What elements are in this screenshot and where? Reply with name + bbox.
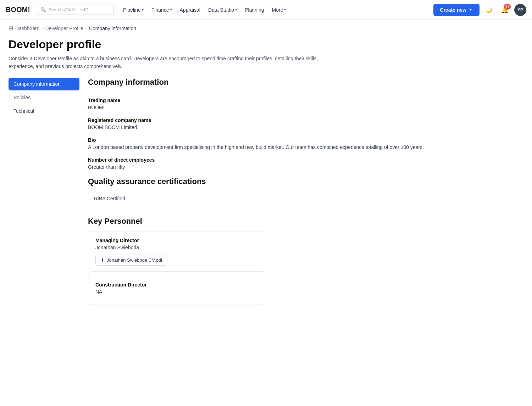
sidebar-item-policies[interactable]: Policies — [9, 91, 79, 104]
nav-label: Appraisal — [180, 7, 200, 13]
employees-value: Greater than fifty — [88, 164, 523, 170]
chevron-down-icon: ▾ — [142, 8, 144, 12]
breadcrumb-separator-2: › — [85, 26, 87, 31]
trading-name-value: BOOM! — [88, 105, 523, 110]
sidebar: Company information Policies Technical — [9, 78, 79, 309]
personnel-card-construction-director: Construction Director NA — [88, 276, 265, 305]
personnel-role-managing-director: Managing Director — [95, 238, 258, 243]
registered-company-name-label: Registered company name — [88, 117, 523, 123]
breadcrumb-current: Company information — [89, 26, 136, 31]
page-header: Developer profile Consider a Developer P… — [0, 35, 532, 78]
main-layout: Company information Policies Technical C… — [0, 78, 532, 309]
sidebar-item-company-information[interactable]: Company information — [9, 78, 79, 90]
nav-right: Create new ＋ 🌙 🔔 37 YP — [433, 4, 526, 16]
nav-links: Pipeline▾Finance▾AppraisalData Studio▾Pl… — [120, 5, 431, 15]
page-title: Developer profile — [9, 38, 523, 51]
avatar[interactable]: YP — [514, 4, 526, 16]
personnel-card-managing-director: Managing Director Jonathan Swieboda ⬇ Jo… — [88, 232, 265, 272]
content-area: Company information Trading name BOOM! R… — [88, 78, 523, 309]
key-personnel-title: Key Personnel — [88, 217, 523, 226]
personnel-name-construction-director: NA — [95, 289, 258, 295]
plus-icon: ＋ — [468, 7, 473, 13]
breadcrumb: ⊞ Dashboard › Developer Profile › Compan… — [0, 20, 532, 35]
bio-value: A London based property development firm… — [88, 144, 523, 150]
search-placeholder: Search (Ctrl/⌘ + K) — [48, 7, 89, 12]
nav-label: Finance — [151, 7, 169, 13]
nav-item-more[interactable]: More▾ — [268, 5, 290, 15]
trading-name-label: Trading name — [88, 98, 523, 103]
brand-logo: BOOM! — [6, 6, 30, 14]
nav-item-planning[interactable]: Planning — [241, 5, 268, 15]
nav-label: Data Studio — [208, 7, 234, 13]
company-info-title: Company information — [88, 78, 523, 90]
chevron-down-icon: ▾ — [284, 8, 286, 12]
nav-label: Planning — [245, 7, 264, 13]
breadcrumb-separator-1: › — [42, 26, 43, 31]
personnel-role-construction-director: Construction Director — [95, 282, 258, 288]
create-new-button[interactable]: Create new ＋ — [433, 4, 480, 16]
key-personnel-section: Key Personnel Managing Director Jonathan… — [88, 217, 523, 305]
moon-icon: 🌙 — [486, 6, 493, 13]
chevron-down-icon: ▾ — [235, 8, 237, 12]
page-description: Consider a Developer Profile as akin to … — [9, 55, 328, 71]
employees-label: Number of direct employees — [88, 157, 523, 163]
notification-badge: 37 — [504, 4, 511, 10]
nav-label: Pipeline — [123, 7, 141, 13]
qa-title: Quality assurance certifications — [88, 177, 523, 186]
search-icon: 🔍 — [40, 7, 46, 12]
nav-item-finance[interactable]: Finance▾ — [148, 5, 176, 15]
dashboard-icon: ⊞ — [9, 25, 13, 32]
search-input[interactable]: 🔍 Search (Ctrl/⌘ + K) — [36, 5, 114, 15]
nav-label: More — [272, 7, 283, 13]
breadcrumb-dashboard[interactable]: Dashboard — [15, 26, 40, 31]
nav-item-data-studio[interactable]: Data Studio▾ — [205, 5, 240, 15]
theme-toggle-button[interactable]: 🌙 — [483, 4, 495, 16]
company-info-section: Company information Trading name BOOM! R… — [88, 78, 523, 170]
bio-label: Bio — [88, 137, 523, 143]
nav-item-pipeline[interactable]: Pipeline▾ — [120, 5, 147, 15]
registered-company-name-value: BOOM BOOM Limited — [88, 124, 523, 130]
nav-item-appraisal[interactable]: Appraisal — [176, 5, 204, 15]
create-new-label: Create new — [440, 7, 466, 13]
qa-section: Quality assurance certifications RIBA Ce… — [88, 177, 523, 205]
sidebar-item-technical[interactable]: Technical — [9, 105, 79, 117]
qa-certification-chip: RIBA Certified — [88, 192, 258, 205]
chevron-down-icon: ▾ — [170, 8, 172, 12]
navbar: BOOM! 🔍 Search (Ctrl/⌘ + K) Pipeline▾Fin… — [0, 0, 532, 20]
cv-filename-jonathan: Jonathan Swieboda CV.pdf — [107, 257, 162, 263]
breadcrumb-developer-profile[interactable]: Developer Profile — [45, 26, 83, 31]
cv-download-button-jonathan[interactable]: ⬇ Jonathan Swieboda CV.pdf — [95, 255, 167, 266]
notifications-button[interactable]: 🔔 37 — [499, 4, 511, 16]
download-icon: ⬇ — [101, 257, 105, 263]
personnel-name-jonathan: Jonathan Swieboda — [95, 245, 258, 250]
